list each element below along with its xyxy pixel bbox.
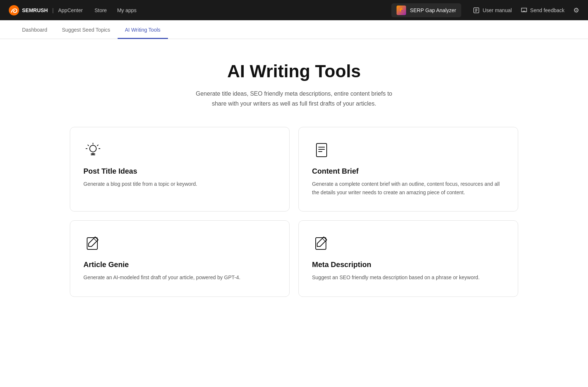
edit-icon (83, 234, 103, 253)
top-navigation: SEMRUSH | AppCenter Store My apps SERP G… (0, 0, 588, 20)
content-brief-desc: Generate a complete content brief with a… (312, 180, 505, 196)
brand-divider: | (52, 7, 54, 13)
post-title-ideas-card[interactable]: Post Title Ideas Generate a blog post ti… (70, 127, 290, 212)
tools-grid: Post Title Ideas Generate a blog post ti… (70, 127, 518, 297)
tab-ai-writing-tools[interactable]: AI Writing Tools (118, 20, 168, 39)
topnav-right-actions: User manual Send feedback ⚙ (473, 6, 579, 14)
meta-description-desc: Suggest an SEO friendly meta description… (312, 273, 505, 281)
article-genie-desc: Generate an AI-modeled first draft of yo… (83, 273, 276, 281)
send-feedback-button[interactable]: Send feedback (521, 7, 564, 14)
semrush-wordmark: SEMRUSH (22, 7, 48, 13)
page-title: AI Writing Tools (70, 61, 518, 81)
document-icon (312, 141, 331, 160)
content-brief-title: Content Brief (312, 167, 505, 175)
svg-line-19 (94, 238, 97, 241)
svg-line-21 (322, 238, 325, 241)
semrush-logo-icon (9, 5, 19, 15)
serp-app-icon (398, 7, 405, 14)
current-app[interactable]: SERP Gap Analyzer (391, 3, 461, 17)
main-content: AI Writing Tools Generate title ideas, S… (55, 39, 533, 312)
app-icon (397, 6, 406, 15)
page-subtitle: Generate title ideas, SEO friendly meta … (70, 89, 518, 109)
book-icon (473, 7, 480, 14)
user-manual-label: User manual (483, 7, 512, 13)
tab-dashboard[interactable]: Dashboard (15, 20, 55, 39)
semrush-brand[interactable]: SEMRUSH | AppCenter (9, 5, 83, 15)
send-feedback-label: Send feedback (530, 7, 564, 13)
article-genie-card[interactable]: Article Genie Generate an AI-modeled fir… (70, 220, 290, 297)
edit-icon-2 (312, 234, 331, 253)
meta-description-title: Meta Description (312, 260, 505, 269)
content-brief-card[interactable]: Content Brief Generate a complete conten… (298, 127, 518, 212)
appcenter-label: AppCenter (58, 7, 83, 13)
myapps-link[interactable]: My apps (117, 7, 137, 13)
tabs-bar: Dashboard Suggest Seed Topics AI Writing… (0, 20, 588, 39)
lightbulb-icon (83, 141, 103, 160)
meta-description-card[interactable]: Meta Description Suggest an SEO friendly… (298, 220, 518, 297)
tab-suggest-seed-topics[interactable]: Suggest Seed Topics (55, 20, 118, 39)
svg-line-11 (97, 145, 98, 146)
article-genie-title: Article Genie (83, 260, 276, 269)
feedback-icon (521, 7, 527, 14)
app-name-label: SERP Gap Analyzer (410, 7, 456, 13)
svg-rect-14 (316, 143, 327, 157)
svg-point-5 (90, 145, 96, 152)
settings-icon[interactable]: ⚙ (573, 6, 579, 14)
svg-line-10 (88, 145, 89, 146)
post-title-ideas-desc: Generate a blog post title from a topic … (83, 180, 276, 188)
topnav-links: Store My apps (94, 7, 380, 13)
user-manual-button[interactable]: User manual (473, 7, 512, 14)
post-title-ideas-title: Post Title Ideas (83, 167, 276, 175)
store-link[interactable]: Store (94, 7, 107, 13)
